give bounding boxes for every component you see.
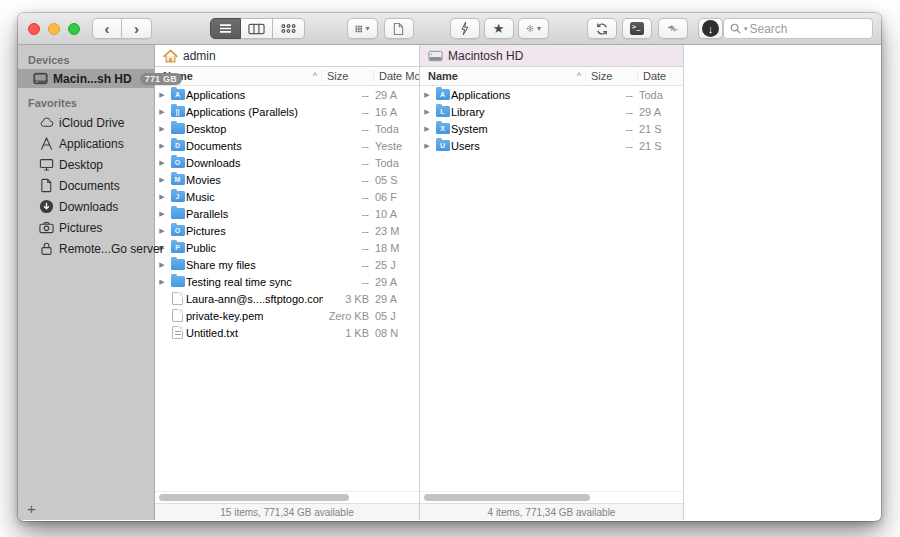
search-input[interactable]	[750, 22, 867, 36]
disclosure-triangle-icon[interactable]: ▶	[155, 159, 169, 167]
sync-button[interactable]	[658, 18, 688, 39]
disclosure-triangle-icon[interactable]: ▶	[420, 108, 434, 116]
file-row[interactable]: ▶ A Applications -- 29 A	[155, 86, 419, 103]
scrollbar-thumb[interactable]	[159, 494, 349, 501]
file-row[interactable]: ▶ Testing real time sync -- 29 A	[155, 273, 419, 290]
forward-icon: ›	[134, 21, 139, 36]
disclosure-triangle-icon[interactable]: ▶	[155, 91, 169, 99]
scrollbar-thumb[interactable]	[424, 494, 590, 501]
file-name: Parallels	[186, 208, 323, 220]
column-header-size[interactable]: Size	[321, 70, 373, 82]
close-window-button[interactable]	[28, 23, 40, 35]
disclosure-triangle-icon[interactable]: ▶	[155, 261, 169, 269]
layout-dropdown-button[interactable]: ▾	[347, 18, 378, 39]
left-path-bar[interactable]: admin	[155, 45, 419, 67]
file-name: Movies	[186, 174, 323, 186]
column-header-date[interactable]: Date Modified	[373, 70, 419, 82]
document-icon	[169, 326, 186, 339]
sort-ascending-icon: ^	[577, 71, 581, 81]
left-path-label: admin	[183, 49, 216, 63]
sidebar-item-desktop[interactable]: Desktop	[18, 154, 154, 175]
disclosure-triangle-icon[interactable]: ▶	[155, 210, 169, 218]
sidebar-item-pictures[interactable]: Pictures	[18, 217, 154, 238]
column-header-name[interactable]: Name^	[420, 70, 585, 82]
file-date: 05 J	[375, 310, 419, 322]
file-size: --	[587, 89, 639, 101]
minimize-window-button[interactable]	[48, 23, 60, 35]
file-row[interactable]: ▶ X System -- 21 S	[420, 120, 683, 137]
sidebar: Devices Macin...sh HD 771 GB Favorites i…	[18, 45, 155, 520]
disclosure-triangle-icon[interactable]: ▶	[420, 142, 434, 150]
right-horizontal-scrollbar[interactable]	[420, 491, 683, 503]
file-row[interactable]: ▶ A Applications -- Toda	[420, 86, 683, 103]
disclosure-triangle-icon[interactable]: ▶	[155, 176, 169, 184]
settings-dropdown-button[interactable]: ▾	[518, 18, 549, 39]
sidebar-device-macintosh-hd[interactable]: Macin...sh HD 771 GB	[18, 69, 154, 88]
file-row[interactable]: ▶ Desktop -- Toda	[155, 120, 419, 137]
left-horizontal-scrollbar[interactable]	[155, 491, 419, 503]
sidebar-item-downloads[interactable]: Downloads	[18, 196, 154, 217]
downloads-icon	[38, 199, 54, 215]
file-row[interactable]: ▶ Share my files -- 25 J	[155, 256, 419, 273]
left-column-headers: Name^ Size Date Modified	[155, 67, 419, 86]
disclosure-triangle-icon[interactable]: ▶	[420, 91, 434, 99]
hard-drive-icon	[428, 49, 443, 63]
file-name: Desktop	[186, 123, 323, 135]
quick-actions-button[interactable]	[450, 18, 480, 39]
sidebar-item-applications[interactable]: Applications	[18, 133, 154, 154]
file-row[interactable]: Laura-ann@s....sftptogo.com 3 KB 29 A	[155, 290, 419, 307]
right-status-bar: 4 items, 771,34 GB available	[420, 503, 683, 520]
disclosure-triangle-icon[interactable]: ▶	[155, 142, 169, 150]
file-size: --	[323, 106, 375, 118]
folder-icon: U	[434, 140, 451, 151]
disclosure-triangle-icon[interactable]: ▶	[155, 227, 169, 235]
icon-view-button[interactable]	[273, 18, 305, 39]
file-row[interactable]: ▶ O Pictures -- 23 M	[155, 222, 419, 239]
file-row[interactable]: ▶ J Music -- 06 F	[155, 188, 419, 205]
folder-icon: A	[434, 89, 451, 100]
file-name: Downloads	[186, 157, 323, 169]
sidebar-item-remote-go-server[interactable]: Remote...Go server	[18, 238, 154, 259]
file-row[interactable]: ▶ M Movies -- 05 S	[155, 171, 419, 188]
back-button[interactable]: ‹	[92, 18, 122, 39]
column-view-button[interactable]	[241, 18, 273, 39]
forward-button[interactable]: ›	[122, 18, 152, 39]
add-favorite-button[interactable]: +	[18, 501, 36, 518]
right-path-bar[interactable]: Macintosh HD	[420, 45, 683, 67]
download-icon: ↓	[702, 20, 719, 37]
file-row[interactable]: ▶ || Applications (Parallels) -- 16 A	[155, 103, 419, 120]
left-status-text: 15 items, 771,34 GB available	[220, 507, 353, 518]
file-date: 21 S	[639, 123, 683, 135]
left-file-list: ▶ A Applications -- 29 A ▶ || Applicatio…	[155, 86, 419, 491]
disclosure-triangle-icon[interactable]: ▶	[420, 125, 434, 133]
sidebar-item-icloud-drive[interactable]: iCloud Drive	[18, 112, 154, 133]
file-date: 29 A	[375, 89, 419, 101]
file-row[interactable]: ▶ O Downloads -- Toda	[155, 154, 419, 171]
refresh-button[interactable]	[587, 18, 617, 39]
file-row[interactable]: private-key.pem Zero KB 05 J	[155, 307, 419, 324]
disclosure-triangle-icon[interactable]: ▶	[155, 108, 169, 116]
file-row[interactable]: ▶ U Users -- 21 S	[420, 137, 683, 154]
disclosure-triangle-icon[interactable]: ▶	[155, 125, 169, 133]
device-label: Macin...sh HD	[53, 72, 132, 86]
disclosure-triangle-icon[interactable]: ▶	[155, 278, 169, 286]
file-date: 06 F	[375, 191, 419, 203]
terminal-button[interactable]: >_	[622, 18, 652, 39]
sidebar-item-documents[interactable]: Documents	[18, 175, 154, 196]
zoom-window-button[interactable]	[68, 23, 80, 35]
column-header-date[interactable]: Date	[637, 70, 683, 82]
file-row[interactable]: ▶ D Documents -- Yeste	[155, 137, 419, 154]
file-row[interactable]: ▶ P Public -- 18 M	[155, 239, 419, 256]
column-header-size[interactable]: Size	[585, 70, 637, 82]
file-row[interactable]: ▶ Parallels -- 10 A	[155, 205, 419, 222]
favorites-button[interactable]: ★	[484, 18, 514, 39]
file-name: Applications	[186, 89, 323, 101]
download-manager-button[interactable]: ↓	[698, 18, 723, 39]
sort-ascending-icon: ^	[313, 71, 317, 81]
disclosure-triangle-icon[interactable]: ▶	[155, 193, 169, 201]
file-date: 08 N	[375, 327, 419, 339]
file-row[interactable]: ▶ L Library -- 29 A	[420, 103, 683, 120]
new-file-button[interactable]	[384, 18, 414, 39]
list-view-button[interactable]	[210, 18, 241, 39]
file-row[interactable]: Untitled.txt 1 KB 08 N	[155, 324, 419, 341]
